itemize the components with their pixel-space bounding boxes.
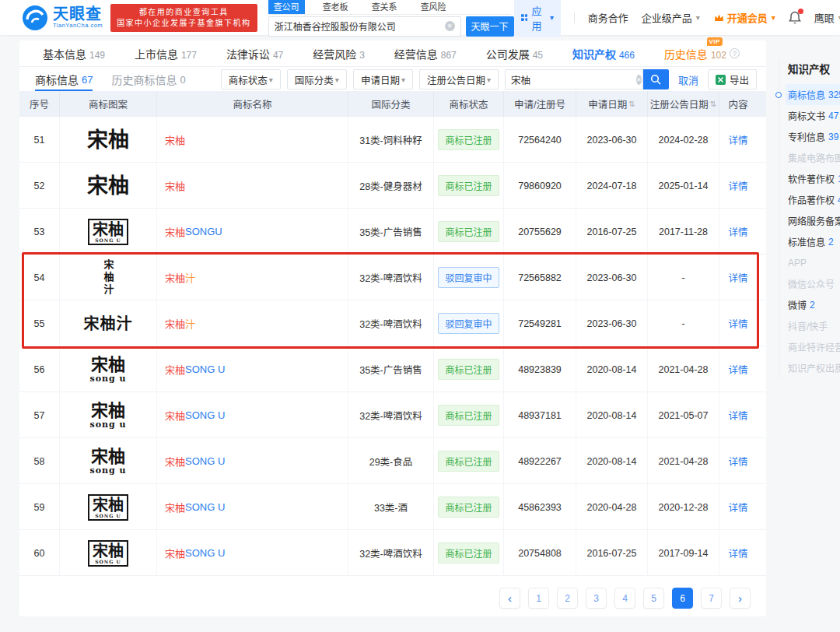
cell-mark-name[interactable]: 宋柚 [157, 163, 348, 209]
cell-mark-name[interactable]: 宋柚 SONGU [157, 209, 348, 255]
sidebar-item[interactable]: 商标文书 47 [788, 105, 840, 126]
cancel-search-link[interactable]: 取消 [678, 72, 698, 87]
search-type-tab[interactable]: 查风险 [415, 0, 452, 14]
filter-dropdown[interactable]: 注册公告日期 [419, 69, 499, 90]
filter-dropdown[interactable]: 国际分类 [287, 69, 347, 90]
cell-mark-image[interactable]: 宋柚汁 [60, 255, 157, 300]
detail-link[interactable]: 详情 [728, 316, 747, 331]
detail-link[interactable]: 详情 [728, 408, 747, 423]
tianyancha-logo[interactable]: 天眼查 TianYanCha.com [22, 5, 103, 31]
search-submit-button[interactable]: 天眼一下 [466, 16, 514, 37]
trademark-subtab[interactable]: 商标信息 67 [35, 68, 93, 91]
export-button[interactable]: 导出 [708, 69, 757, 90]
table-header-cell[interactable]: 国际分类 [348, 91, 434, 117]
cell-mark-image[interactable]: 宋柚 [60, 117, 157, 163]
page-button[interactable]: 7 [701, 588, 722, 609]
cell-mark-name[interactable]: 宋柚 SONG U [157, 438, 348, 484]
sort-icon[interactable]: ⇅ [628, 100, 635, 108]
table-header-cell[interactable]: 内容 [719, 91, 757, 117]
detail-link[interactable]: 详情 [728, 132, 747, 147]
section-tab[interactable]: 经营信息 867 [394, 46, 457, 61]
table-header-cell[interactable]: 序号 [19, 91, 60, 117]
sidebar-item[interactable]: 网络服务备案 8 [788, 210, 840, 231]
sidebar-item[interactable]: 标准信息 2 [788, 231, 840, 252]
sidebar-item[interactable]: 微博 2 [788, 294, 840, 315]
table-header-cell[interactable]: 注册公告日期 ⇅ [648, 91, 719, 117]
nav-eagle-eye[interactable]: 鹰眼 [814, 10, 840, 25]
sidebar-item[interactable]: 作品著作权 42 [788, 189, 840, 210]
table-header-cell[interactable]: 申请日期 ⇅ [576, 91, 648, 117]
cell-mark-name[interactable]: 宋柚 SONG U [157, 346, 348, 392]
cell-mark-name[interactable]: 宋柚汁 [157, 300, 348, 346]
sidebar-item[interactable]: 商业特许经营 [788, 336, 840, 357]
detail-link[interactable]: 详情 [728, 178, 747, 193]
page-button[interactable]: › [730, 588, 751, 609]
detail-link[interactable]: 详情 [728, 546, 747, 560]
clear-keyword-icon[interactable] [636, 75, 642, 85]
table-header-cell[interactable]: 商标图案 [60, 91, 157, 117]
cell-mark-image[interactable]: 宋柚 song u [60, 438, 157, 484]
cell-mark-image[interactable]: 宋柚 [60, 163, 157, 209]
section-tab[interactable]: 知识产权 466 [572, 46, 635, 61]
search-type-tab[interactable]: 查公司 [268, 0, 305, 14]
company-search-input[interactable] [275, 21, 445, 32]
clear-search-icon[interactable] [445, 21, 455, 31]
trademark-image: 宋柚 song u [89, 356, 126, 383]
detail-link[interactable]: 详情 [728, 500, 747, 514]
cell-mark-image[interactable]: 宋柚 song u [60, 392, 157, 438]
page-button[interactable]: 4 [614, 588, 635, 609]
page-button[interactable]: 3 [586, 588, 607, 609]
section-tab[interactable]: 上市信息 177 [135, 46, 197, 61]
cell-mark-name[interactable]: 宋柚 SONG U [157, 484, 348, 530]
page-button[interactable]: 1 [528, 588, 549, 609]
table-header-cell[interactable]: 商标状态 [434, 91, 504, 117]
sidebar-item[interactable]: APP [788, 252, 840, 273]
filter-dropdown[interactable]: 申请日期 [353, 69, 413, 90]
filter-dropdown[interactable]: 商标状态 [221, 69, 281, 90]
status-badge: 驳回复审中 [438, 313, 499, 334]
page-button[interactable]: 6 [672, 588, 693, 609]
section-tab[interactable]: 历史信息 102 VIP ? [664, 46, 740, 61]
detail-link[interactable]: 详情 [728, 454, 747, 469]
cell-mark-name[interactable]: 宋柚 [157, 117, 348, 163]
cell-mark-image[interactable]: 宋柚 SONG U [60, 484, 157, 530]
detail-link[interactable]: 详情 [728, 224, 747, 239]
detail-link[interactable]: 详情 [728, 362, 747, 377]
section-tab[interactable]: 公司发展 45 [486, 46, 543, 61]
notifications-bell[interactable] [789, 11, 801, 24]
trademark-subtab[interactable]: 历史商标信息 0 [111, 68, 185, 91]
cell-mark-name[interactable]: 宋柚汁 [157, 255, 348, 300]
page-button[interactable]: ‹ [499, 588, 520, 609]
cell-mark-name[interactable]: 宋柚 SONG U [157, 530, 348, 576]
sidebar-item[interactable]: 集成电路布图 [788, 147, 840, 168]
table-header-cell[interactable]: 商标名称 [157, 91, 348, 117]
sidebar-item[interactable]: 抖音/快手 [788, 315, 840, 336]
apps-menu[interactable]: 应用 [514, 0, 561, 37]
cell-mark-image[interactable]: 宋柚 song u [60, 346, 157, 392]
search-type-tab[interactable]: 查老板 [317, 0, 354, 14]
cell-mark-image[interactable]: 宋柚汁 [60, 300, 157, 346]
section-tab[interactable]: 经营风险 3 [313, 46, 365, 61]
sidebar-item[interactable]: 商标信息 325 [786, 84, 840, 105]
nav-business-coop[interactable]: 商务合作 [588, 10, 628, 25]
sidebar-item[interactable]: 专利信息 39 [788, 126, 840, 147]
table-header-cell[interactable]: 申请/注册号 [504, 91, 576, 117]
sidebar-item[interactable]: 知识产权出质 [788, 357, 840, 378]
help-icon[interactable]: ? [730, 48, 740, 58]
section-tab[interactable]: 基本信息 149 [43, 46, 105, 61]
nav-open-vip[interactable]: 开通会员 [713, 10, 775, 25]
sidebar-item[interactable]: 软件著作权 1 [788, 168, 840, 189]
sidebar-item[interactable]: 微信公众号 [788, 273, 840, 294]
page-button[interactable]: 2 [557, 588, 578, 609]
section-tab[interactable]: 法律诉讼 47 [226, 46, 283, 61]
sort-icon[interactable]: ⇅ [710, 100, 716, 108]
keyword-search-button[interactable] [643, 69, 669, 90]
cell-mark-image[interactable]: 宋柚 SONG U [60, 209, 157, 255]
keyword-search-input[interactable] [511, 74, 636, 85]
cell-mark-image[interactable]: 宋柚 SONG U [60, 530, 157, 576]
cell-mark-name[interactable]: 宋柚 SONG U [157, 392, 348, 438]
nav-enterprise-products[interactable]: 企业级产品 [642, 10, 700, 25]
search-type-tab[interactable]: 查关系 [366, 0, 403, 14]
detail-link[interactable]: 详情 [728, 270, 747, 285]
page-button[interactable]: 5 [643, 588, 664, 609]
